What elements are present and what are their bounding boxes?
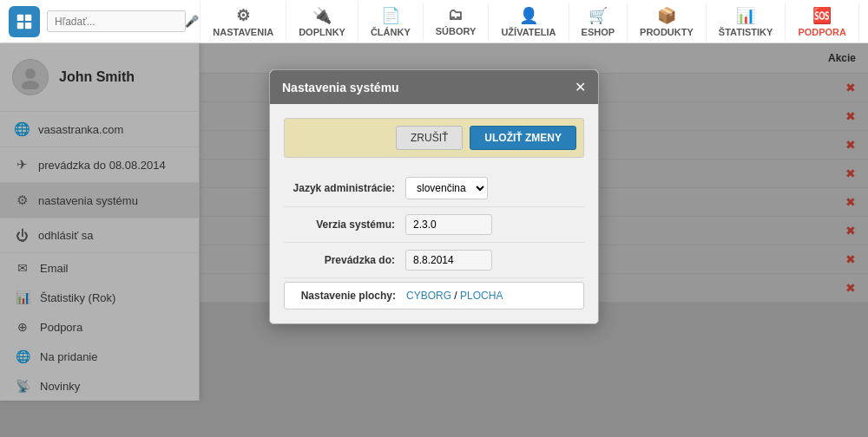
- products-icon: 📦: [657, 6, 676, 25]
- plocha-link[interactable]: PLOCHA: [460, 290, 503, 302]
- prevadzka-control: [405, 250, 584, 271]
- nastavenie-sep: /: [451, 290, 460, 302]
- form-row-verzia: Verzia systému:: [284, 207, 584, 243]
- form-row-nastavenie: Nastavenie plochy: CYBORG / PLOCHA: [284, 282, 584, 310]
- nav-item-produkty[interactable]: 📦 PRODUKTY: [628, 3, 707, 41]
- form-row-nastavenie-inner: Nastavenie plochy: CYBORG / PLOCHA: [285, 283, 583, 309]
- verzia-label: Verzia systému:: [284, 218, 405, 231]
- top-nav: 🎤 ⚙ NASTAVENIA 🔌 DOPLNKY 📄 ČLÁNKY 🗂 SÚBO…: [0, 0, 868, 43]
- logo[interactable]: [9, 6, 40, 37]
- cyborg-link[interactable]: CYBORG: [406, 290, 451, 302]
- articles-icon: 📄: [381, 6, 400, 25]
- nav-item-podpora[interactable]: 🆘 PODPORA: [786, 3, 859, 41]
- search-bar: 🎤: [47, 10, 186, 32]
- nav-item-uziviatelia[interactable]: 👤 UŽÍVATELIA: [489, 3, 569, 41]
- main-area: Názov Akcie ✖ ✖ ✖: [0, 43, 868, 437]
- plugin-icon: 🔌: [312, 6, 332, 25]
- save-button[interactable]: ULOŽIŤ ZMENY: [470, 126, 576, 150]
- mic-icon[interactable]: 🎤: [185, 15, 199, 28]
- nav-label-produkty: PRODUKTY: [640, 27, 694, 37]
- nastavenie-control: CYBORG / PLOCHA: [406, 290, 583, 302]
- nav-label-uziviatelia: UŽÍVATELIA: [501, 27, 556, 37]
- form-row-jazyk: Jazyk administrácie: slovenčina: [284, 170, 584, 207]
- stats-icon: 📊: [736, 6, 755, 25]
- svg-rect-1: [25, 14, 31, 20]
- modal-body: ZRUŠIŤ ULOŽIŤ ZMENY Jazyk administrácie:…: [270, 104, 598, 323]
- svg-rect-2: [17, 22, 23, 28]
- prevadzka-label: Prevádzka do:: [284, 254, 405, 266]
- form-row-prevadzka: Prevádzka do:: [284, 243, 584, 278]
- nav-item-eshop[interactable]: 🛒 ESHOP: [569, 3, 628, 41]
- prevadzka-input[interactable]: [405, 250, 492, 271]
- nav-label-nastavenia: NASTAVENIA: [213, 27, 273, 37]
- nav-item-statistiky[interactable]: 📊 ŠTATISTIKY: [707, 3, 786, 41]
- modal-nastavenia: Nastavenia systému ✕ ZRUŠIŤ ULOŽIŤ ZMENY…: [269, 69, 599, 324]
- nav-label-doplnky: DOPLNKY: [299, 27, 345, 37]
- nav-items: ⚙ NASTAVENIA 🔌 DOPLNKY 📄 ČLÁNKY 🗂 SÚBORY…: [200, 3, 859, 41]
- nav-item-subory[interactable]: 🗂 SÚBORY: [424, 3, 490, 40]
- nav-label-eshop: ESHOP: [582, 27, 615, 37]
- verzia-input: [405, 214, 492, 235]
- eshop-icon: 🛒: [589, 6, 608, 25]
- jazyk-control: slovenčina: [405, 177, 584, 199]
- modal-toolbar: ZRUŠIŤ ULOŽIŤ ZMENY: [284, 118, 584, 158]
- search-input[interactable]: [55, 16, 185, 28]
- modal-overlay: Nastavenia systému ✕ ZRUŠIŤ ULOŽIŤ ZMENY…: [0, 43, 868, 437]
- modal-close-button[interactable]: ✕: [575, 79, 586, 95]
- modal-header: Nastavenia systému ✕: [270, 70, 598, 104]
- cancel-button[interactable]: ZRUŠIŤ: [396, 126, 463, 150]
- files-icon: 🗂: [448, 6, 464, 24]
- jazyk-select[interactable]: slovenčina: [405, 177, 488, 199]
- nav-item-nastavenia[interactable]: ⚙ NASTAVENIA: [200, 3, 286, 41]
- settings-icon: ⚙: [236, 6, 250, 25]
- svg-rect-3: [25, 22, 31, 28]
- nastavenie-label: Nastavenie plochy:: [285, 290, 406, 302]
- modal-title: Nastavenia systému: [282, 81, 399, 95]
- jazyk-label: Jazyk administrácie:: [284, 182, 405, 194]
- nav-label-clanky: ČLÁNKY: [371, 27, 411, 37]
- nav-item-doplnky[interactable]: 🔌 DOPLNKY: [286, 3, 358, 41]
- users-icon: 👤: [519, 6, 538, 25]
- nav-label-statistiky: ŠTATISTIKY: [719, 27, 773, 37]
- support-icon: 🆘: [812, 6, 832, 25]
- svg-rect-0: [17, 14, 23, 20]
- nav-label-subory: SÚBORY: [436, 26, 477, 36]
- nav-item-clanky[interactable]: 📄 ČLÁNKY: [358, 3, 424, 41]
- nav-label-podpora: PODPORA: [798, 27, 846, 37]
- verzia-control: [405, 214, 584, 235]
